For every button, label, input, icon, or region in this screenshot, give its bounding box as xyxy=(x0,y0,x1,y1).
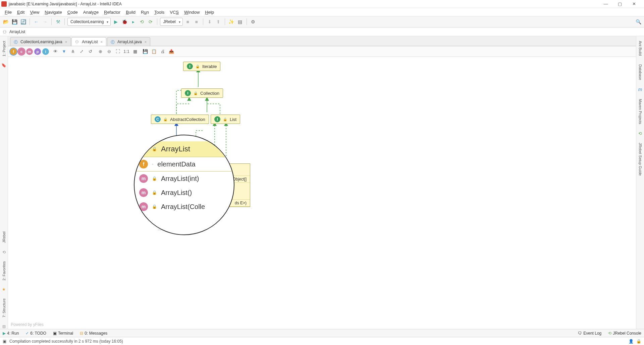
status-message: Compilation completed successfully in 2 … xyxy=(9,339,123,344)
interface-icon: I xyxy=(187,63,193,69)
build-icon[interactable]: ⚒ xyxy=(54,18,62,25)
wand-icon[interactable]: ✨ xyxy=(228,18,235,25)
node-collection[interactable]: I 🔒 Collection xyxy=(181,88,223,98)
menu-vcs[interactable]: VCS xyxy=(167,9,181,15)
node-label: Iterable xyxy=(202,64,217,69)
tab-collectionlearning[interactable]: Ⓒ CollectionLearning.java × xyxy=(10,37,71,46)
stop-icon[interactable]: ■ xyxy=(184,18,192,25)
menu-refactor[interactable]: Refactor xyxy=(101,9,123,15)
menu-build[interactable]: Build xyxy=(123,9,138,15)
terminal-tab[interactable]: ▣Terminal xyxy=(53,331,73,336)
tab-arraylist-java[interactable]: Ⓒ ArrayList.java × xyxy=(107,37,150,46)
open-icon[interactable]: 📂 xyxy=(2,18,9,25)
inner-filter[interactable]: i xyxy=(42,48,49,55)
menu-analyze[interactable]: Analyze xyxy=(80,9,101,15)
print-icon[interactable]: 🖨 xyxy=(159,48,166,55)
todo-tab[interactable]: ✓6: TODO xyxy=(25,331,46,336)
constructors-filter[interactable]: c xyxy=(18,48,25,55)
tab-arraylist-diagram[interactable]: ⚇ ArrayList × xyxy=(71,37,106,46)
zoom-actual-icon[interactable]: 1:1 xyxy=(123,48,130,55)
properties-filter[interactable]: p xyxy=(34,48,41,55)
lock-icon: 🔒 xyxy=(152,204,157,209)
main-toolbar: 📂 💾 🔄 ← → ⚒ CollectionLearning ▶ 🐞 ▸ ⟲ ⟳… xyxy=(0,16,644,27)
jrebel-guide-tab[interactable]: JRebel Setup Guide xyxy=(638,141,643,178)
close-icon[interactable]: × xyxy=(101,40,103,44)
debug-icon[interactable]: 🐞 xyxy=(121,18,128,25)
messages-tab[interactable]: ⊟0: Messages xyxy=(80,331,107,336)
forward-icon[interactable]: → xyxy=(41,18,49,25)
run-coverage-icon[interactable]: ▸ xyxy=(129,18,137,25)
menu-window[interactable]: Window xyxy=(181,9,202,15)
bookmark-icon[interactable]: 🔖 xyxy=(1,63,6,68)
node-iterable[interactable]: I 🔒 Iterable xyxy=(183,62,220,71)
method-icon: m xyxy=(139,202,148,211)
save-icon[interactable]: 💾 xyxy=(11,18,18,25)
filter-icon[interactable]: ▼ xyxy=(60,48,68,55)
zoom-in-icon[interactable]: ⊕ xyxy=(97,48,104,55)
database-tab[interactable]: Database xyxy=(638,62,643,82)
copy-icon[interactable]: 📋 xyxy=(150,48,158,55)
run-config-dropdown[interactable]: CollectionLearning xyxy=(67,18,111,26)
gear-icon[interactable]: ⚙ xyxy=(250,18,257,25)
event-log-tab[interactable]: 🗨Event Log xyxy=(578,331,601,336)
sync-icon[interactable]: 🔄 xyxy=(19,18,27,25)
back-icon[interactable]: ← xyxy=(33,18,40,25)
layout-icon[interactable]: ⋔ xyxy=(69,48,76,55)
separator xyxy=(247,18,247,25)
breadcrumb-bar: ⚇ ArrayList xyxy=(0,27,644,36)
menu-edit[interactable]: Edit xyxy=(14,9,27,15)
diagram-canvas[interactable]: I 🔒 Iterable I 🔒 Collection C 🔒 Abstract… xyxy=(8,57,636,329)
jrebel-console-tab[interactable]: ⟲JRebel Console xyxy=(608,331,641,336)
star-icon: ★ xyxy=(2,287,6,292)
structure-tool-tab[interactable]: 7: Structure xyxy=(1,296,7,320)
favorites-tool-tab[interactable]: 2: Favorites xyxy=(1,259,7,282)
structure-icon[interactable]: ▤ xyxy=(236,18,244,25)
visibility-icon[interactable]: 👁 xyxy=(52,48,59,55)
stop2-icon[interactable]: ■ xyxy=(193,18,200,25)
magnified-row: m 🔒 ArrayList(Colle xyxy=(135,200,234,214)
apply-layout-icon[interactable]: ↺ xyxy=(87,48,94,55)
menu-view[interactable]: View xyxy=(27,9,42,15)
save-diagram-icon[interactable]: 💾 xyxy=(142,48,149,55)
search-icon[interactable]: 🔍 xyxy=(635,18,642,25)
window-controls: — ▢ ✕ xyxy=(602,1,638,6)
node-list[interactable]: I 🔒 List xyxy=(211,115,240,124)
field-icon: f xyxy=(139,160,148,168)
fields-filter[interactable]: f xyxy=(10,48,17,55)
run-icon[interactable]: ▶ xyxy=(112,18,119,25)
maximize-button[interactable]: ▢ xyxy=(616,1,624,6)
breadcrumb-text: ArrayList xyxy=(9,29,25,34)
run-tab[interactable]: ▶4: Run xyxy=(3,331,19,336)
maven-tab[interactable]: Maven Projects xyxy=(638,97,643,126)
project-tool-tab[interactable]: 1: Project xyxy=(1,39,7,58)
node-abstractcollection[interactable]: C 🔒 AbstractCollection xyxy=(151,115,209,124)
grid-icon[interactable]: ▦ xyxy=(131,48,139,55)
node-label: AbstractCollection xyxy=(170,117,205,122)
lock-icon[interactable]: 🔒 xyxy=(636,339,641,344)
jrebel-run-icon[interactable]: ⟲ xyxy=(138,18,146,25)
menu-help[interactable]: Help xyxy=(202,9,217,15)
menu-code[interactable]: Code xyxy=(65,9,80,15)
ant-build-tab[interactable]: Ant Build xyxy=(638,39,643,58)
methods-filter[interactable]: m xyxy=(26,48,33,55)
zoom-fit-icon[interactable]: ⛶ xyxy=(114,48,121,55)
hector-icon[interactable]: 👤 xyxy=(629,339,634,344)
jrebel-tool-tab[interactable]: JRebel xyxy=(1,229,7,245)
close-icon[interactable]: × xyxy=(145,40,147,44)
menu-tools[interactable]: Tools xyxy=(152,9,167,15)
close-icon[interactable]: × xyxy=(65,40,67,44)
jrebel-debug-icon[interactable]: ⟳ xyxy=(147,18,154,25)
info-icon: ▣ xyxy=(3,339,7,344)
zoom-out-icon[interactable]: ⊖ xyxy=(105,48,113,55)
minimize-button[interactable]: — xyxy=(602,1,610,6)
close-button[interactable]: ✕ xyxy=(630,1,638,6)
menu-run[interactable]: Run xyxy=(138,9,152,15)
export-icon[interactable]: 📤 xyxy=(168,48,175,55)
menu-file[interactable]: File xyxy=(2,9,14,15)
separator xyxy=(225,18,225,25)
menu-navigate[interactable]: Navigate xyxy=(42,9,64,15)
vcs-update-icon[interactable]: ⬇ xyxy=(206,18,213,25)
vcs-commit-icon[interactable]: ⬆ xyxy=(215,18,222,25)
fit-icon[interactable]: ⤢ xyxy=(78,48,85,55)
jrebel-dropdown[interactable]: JRebel xyxy=(160,18,182,26)
